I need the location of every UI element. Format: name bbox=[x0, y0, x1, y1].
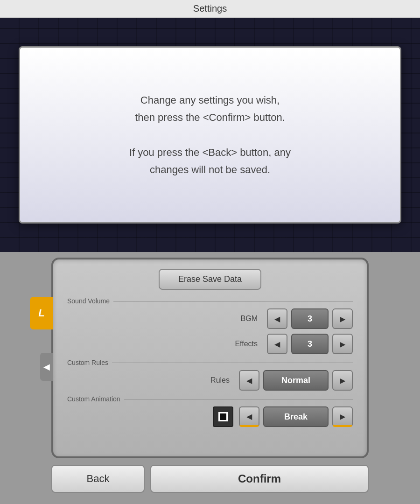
custom-rules-section: Custom Rules bbox=[67, 359, 353, 366]
left-scroll-icon: ◀ bbox=[43, 362, 50, 372]
info-text: Change any settings you wish, then press… bbox=[129, 91, 291, 179]
bottom-buttons: Back Confirm bbox=[51, 465, 369, 493]
top-bar: Settings bbox=[0, 0, 420, 18]
erase-save-data-button[interactable]: Erase Save Data bbox=[159, 269, 261, 290]
bgm-value-display: 3 bbox=[291, 308, 329, 329]
effects-value-display: 3 bbox=[291, 334, 329, 354]
bgm-decrease-button[interactable]: ◀ bbox=[267, 308, 287, 329]
rules-increase-button[interactable]: ▶ bbox=[332, 370, 353, 391]
rules-row: Rules ◀ Normal ▶ bbox=[67, 370, 353, 391]
bgm-label: BGM bbox=[241, 315, 258, 323]
custom-rules-label: Custom Rules bbox=[67, 359, 108, 366]
rules-right-arrow-icon: ▶ bbox=[340, 376, 345, 385]
confirm-button[interactable]: Confirm bbox=[150, 465, 369, 493]
anim-increase-button[interactable]: ▶ bbox=[332, 406, 353, 427]
effects-right-arrow-icon: ▶ bbox=[340, 340, 345, 349]
rules-value-display: Normal bbox=[263, 370, 329, 391]
sound-volume-divider bbox=[113, 301, 353, 301]
effects-row: Effects ◀ 3 ▶ bbox=[67, 334, 353, 354]
custom-animation-section: Custom Animation bbox=[67, 395, 353, 403]
settings-area: Sound Volume BGM ◀ 3 ▶ Effects ◀ bbox=[67, 297, 353, 427]
settings-panel: L ◀ Erase Save Data Sound Volume BGM ◀ 3 bbox=[51, 258, 369, 458]
info-line1: Change any settings you wish, bbox=[140, 94, 280, 106]
animation-icon-inner bbox=[218, 412, 228, 421]
sound-volume-label: Sound Volume bbox=[67, 297, 110, 305]
anim-left-arrow-icon: ◀ bbox=[246, 412, 252, 421]
anim-decrease-button[interactable]: ◀ bbox=[239, 406, 259, 427]
sound-volume-section: Sound Volume bbox=[67, 297, 353, 305]
custom-rules-divider bbox=[112, 363, 353, 363]
bottom-screen: L ◀ Erase Save Data Sound Volume BGM ◀ 3 bbox=[0, 252, 420, 504]
bgm-row: BGM ◀ 3 ▶ bbox=[67, 308, 353, 329]
l-tab[interactable]: L bbox=[30, 297, 53, 329]
effects-increase-button[interactable]: ▶ bbox=[332, 334, 353, 354]
bgm-increase-button[interactable]: ▶ bbox=[332, 308, 353, 329]
animation-icon bbox=[213, 406, 233, 427]
rules-label: Rules bbox=[210, 376, 230, 385]
top-screen: Settings Change any settings you wish, t… bbox=[0, 0, 420, 252]
rules-decrease-button[interactable]: ◀ bbox=[239, 370, 259, 391]
info-line4: If you press the <Back> button, any bbox=[129, 147, 291, 158]
rules-left-arrow-icon: ◀ bbox=[246, 376, 252, 385]
bgm-left-arrow-icon: ◀ bbox=[274, 315, 280, 323]
info-panel: Change any settings you wish, then press… bbox=[19, 46, 401, 224]
animation-row: ◀ Break ▶ bbox=[67, 406, 353, 427]
bgm-right-arrow-icon: ▶ bbox=[340, 315, 345, 323]
effects-left-arrow-icon: ◀ bbox=[274, 340, 280, 349]
anim-right-arrow-icon: ▶ bbox=[340, 412, 345, 421]
info-line5: changes will not be saved. bbox=[150, 164, 270, 175]
back-button[interactable]: Back bbox=[51, 465, 145, 493]
settings-title: Settings bbox=[193, 3, 227, 14]
left-scroll-tab[interactable]: ◀ bbox=[40, 353, 53, 381]
top-screen-background: Change any settings you wish, then press… bbox=[0, 18, 420, 252]
effects-label: Effects bbox=[235, 340, 258, 348]
info-line2: then press the <Confirm> button. bbox=[135, 112, 285, 123]
anim-value-display: Break bbox=[263, 406, 329, 427]
effects-decrease-button[interactable]: ◀ bbox=[267, 334, 287, 354]
custom-animation-label: Custom Animation bbox=[67, 395, 120, 403]
custom-animation-divider bbox=[124, 399, 353, 399]
